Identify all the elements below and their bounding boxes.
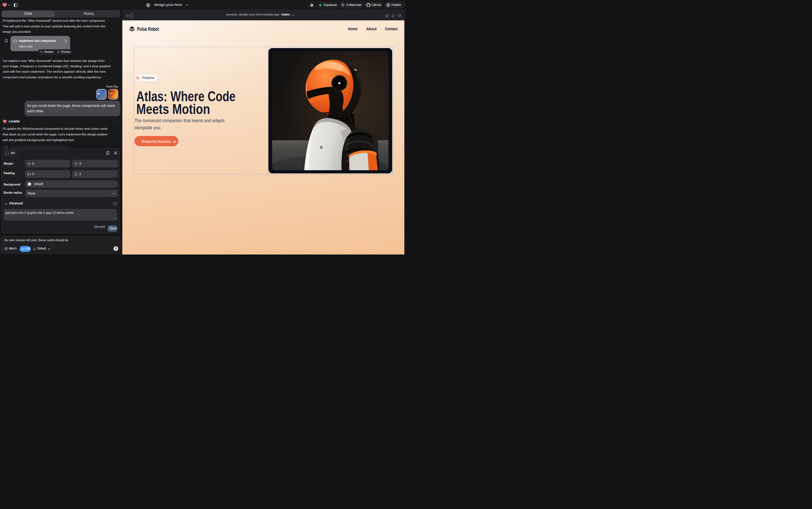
svg-text:Meets Motion: Meets Motion — [137, 101, 210, 117]
svg-text:The humanoid companion that le: The humanoid companion that learns and a… — [135, 117, 225, 123]
svg-text:alongside you.: alongside you. — [135, 125, 161, 130]
